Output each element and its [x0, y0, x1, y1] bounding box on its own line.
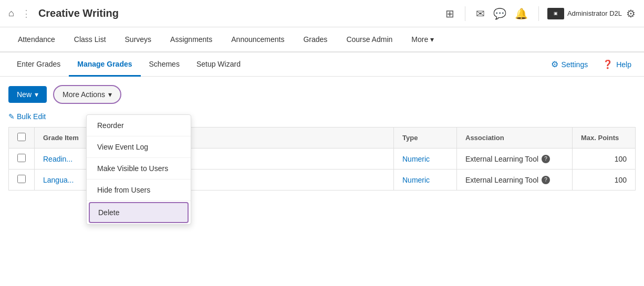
settings-button[interactable]: ⚙ Settings [547, 57, 593, 71]
col-max-points: Max. Points [573, 128, 636, 149]
more-chevron-icon: ▾ [430, 35, 434, 44]
sub-nav-left: Enter Grades Manage Grades Schemes Setup… [8, 52, 547, 76]
new-button[interactable]: New ▾ [8, 86, 47, 103]
col-checkbox [9, 128, 35, 149]
dropdown-menu: Reorder View Event Log Make Visible to U… [86, 114, 191, 225]
dots-divider: ⋮ [22, 8, 31, 19]
bulk-edit-link[interactable]: ✎ Bulk Edit [8, 112, 46, 121]
tab-manage-grades[interactable]: Manage Grades [69, 52, 140, 77]
row2-association: External Learning Tool ? [457, 170, 573, 190]
header-divider-1 [465, 6, 465, 21]
help-label: Help [616, 60, 631, 69]
admin-img-text: ▣ [554, 11, 558, 16]
select-all-checkbox[interactable] [17, 133, 26, 141]
home-icon[interactable]: ⌂ [8, 8, 14, 19]
admin-label: Administrator D2L [567, 9, 622, 17]
settings-label: Settings [562, 60, 588, 69]
col-type: Type [394, 128, 457, 149]
row2-type: Numeric [394, 170, 457, 190]
top-header: ⌂ ⋮ Creative Writing ⊞ ✉ 💬 🔔 ▣ Administr… [0, 0, 644, 27]
row1-checkbox-cell [9, 149, 35, 170]
course-title: Creative Writing [38, 7, 119, 19]
row2-type-value: Numeric [402, 176, 430, 184]
nav-item-assignments[interactable]: Assignments [161, 27, 222, 52]
dropdown-item-make-visible[interactable]: Make Visible to Users [87, 158, 191, 179]
toolbar: New ▾ More Actions ▾ Reorder View Event … [8, 85, 636, 104]
nav-item-more[interactable]: More ▾ [402, 27, 443, 52]
bulk-edit-icon: ✎ [8, 112, 15, 121]
row2-assoc-text: External Learning Tool [465, 176, 538, 184]
header-left: ⌂ ⋮ Creative Writing [8, 7, 443, 19]
nav-item-class-list[interactable]: Class List [65, 27, 116, 52]
row1-assoc-text: External Learning Tool [465, 155, 538, 163]
grid-icon[interactable]: ⊞ [443, 5, 456, 22]
bulk-edit-label: Bulk Edit [17, 112, 46, 121]
bell-icon[interactable]: 🔔 [513, 5, 530, 22]
row2-checkbox[interactable] [17, 175, 26, 183]
row2-max-points: 100 [573, 170, 636, 190]
more-label: More [411, 35, 428, 44]
more-actions-button[interactable]: More Actions ▾ [53, 85, 121, 104]
gear-icon[interactable]: ⚙ [626, 7, 636, 20]
new-label: New [17, 90, 32, 99]
row1-checkbox[interactable] [17, 154, 26, 162]
admin-badge[interactable]: ▣ Administrator D2L [547, 8, 622, 19]
more-actions-chevron-icon: ▾ [108, 90, 112, 99]
row1-type: Numeric [394, 149, 457, 170]
dropdown-item-view-event-log[interactable]: View Event Log [87, 136, 191, 158]
row2-grade-item-link[interactable]: Langua... [43, 176, 74, 184]
row2-assoc-help-icon[interactable]: ? [542, 176, 550, 184]
header-divider-2 [538, 6, 539, 21]
row1-association: External Learning Tool ? [457, 149, 573, 170]
chat-icon[interactable]: 💬 [491, 5, 508, 22]
nav-item-attendance[interactable]: Attendance [8, 27, 65, 52]
settings-icon: ⚙ [551, 59, 558, 69]
admin-img: ▣ [547, 8, 564, 19]
row1-assoc-help-icon[interactable]: ? [542, 155, 550, 163]
help-icon: ❓ [603, 59, 613, 69]
sub-nav: Enter Grades Manage Grades Schemes Setup… [0, 52, 644, 77]
row2-checkbox-cell [9, 170, 35, 190]
dropdown-item-reorder[interactable]: Reorder [87, 115, 191, 136]
row1-max-points: 100 [573, 149, 636, 170]
nav-item-surveys[interactable]: Surveys [116, 27, 161, 52]
row1-max-points-value: 100 [615, 155, 627, 163]
row1-type-value: Numeric [402, 155, 430, 163]
dropdown-item-delete[interactable]: Delete [89, 202, 189, 223]
tab-setup-wizard[interactable]: Setup Wizard [188, 52, 249, 77]
nav-item-announcements[interactable]: Announcements [222, 27, 294, 52]
content-area: New ▾ More Actions ▾ Reorder View Event … [0, 77, 644, 199]
nav-bar: Attendance Class List Surveys Assignment… [0, 27, 644, 52]
col-association: Association [457, 128, 573, 149]
dropdown-item-hide[interactable]: Hide from Users [87, 179, 191, 201]
new-chevron-icon: ▾ [35, 90, 38, 99]
nav-item-course-admin[interactable]: Course Admin [337, 27, 402, 52]
row1-grade-item-link[interactable]: Readin... [43, 155, 72, 163]
row2-assoc-cell: External Learning Tool ? [465, 176, 564, 184]
header-right: ⊞ ✉ 💬 🔔 ▣ Administrator D2L ⚙ [443, 5, 636, 22]
sub-nav-right: ⚙ Settings ❓ Help [547, 57, 636, 71]
mail-icon[interactable]: ✉ [474, 5, 487, 22]
row1-assoc-cell: External Learning Tool ? [465, 155, 564, 163]
tab-schemes[interactable]: Schemes [141, 52, 188, 77]
more-actions-label: More Actions [63, 90, 105, 99]
tab-enter-grades[interactable]: Enter Grades [8, 52, 69, 77]
row2-max-points-value: 100 [615, 176, 627, 184]
nav-item-grades[interactable]: Grades [294, 27, 337, 52]
help-button[interactable]: ❓ Help [598, 57, 636, 71]
